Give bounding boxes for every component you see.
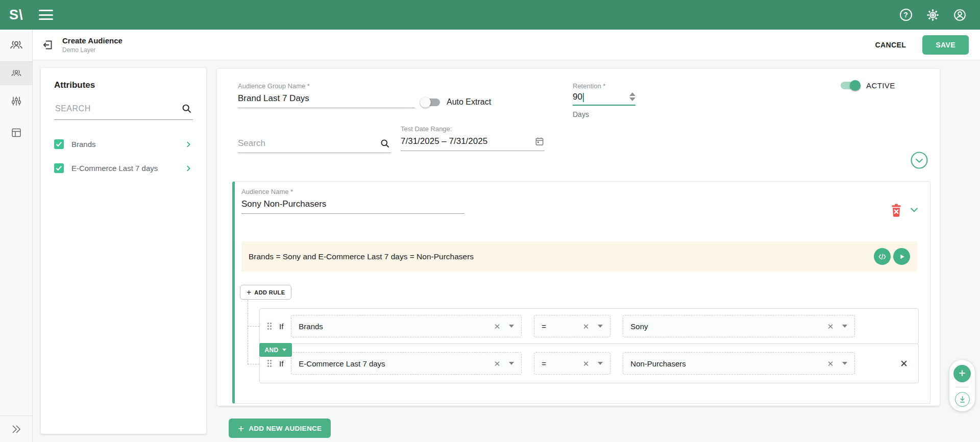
connector-caret-icon [282,349,286,351]
select-caret-icon[interactable] [509,325,514,328]
audience-form-card: Audience Group Name * Auto Extract Reten… [217,69,940,406]
clear-selection-icon[interactable]: ✕ [494,323,501,330]
remove-rule-icon[interactable]: ✕ [898,356,910,372]
chevron-right-icon[interactable] [184,164,193,173]
attribute-label: Brands [71,140,184,149]
checkbox-checked-icon[interactable] [54,139,64,149]
drag-handle-icon[interactable] [266,359,273,368]
group-name-label: Audience Group Name * [238,82,415,90]
rule-attribute-select[interactable]: E-Commerce Last 7 days ✕ [291,352,522,375]
left-rail [0,30,33,442]
rail-expand-chevrons-icon[interactable] [0,415,32,442]
attributes-search-input[interactable] [54,104,181,114]
rule-expression-text: Brands = Sony and E-Commerce Last 7 days… [249,252,474,261]
rail-item-layouts[interactable] [0,117,32,149]
retention-value[interactable]: 90 [573,92,582,102]
search-icon [379,138,391,150]
help-icon[interactable]: ? [899,8,913,22]
add-floating-button[interactable]: + [953,365,971,382]
rule-row: If Brands ✕ = ✕ Sony ✕ [259,308,919,344]
attributes-search-field [54,103,193,120]
search-icon [181,103,193,115]
clear-selection-icon[interactable]: ✕ [583,323,590,330]
rail-item-attributes[interactable] [0,85,32,117]
rule-expression-bar: Brands = Sony and E-Commerce Last 7 days… [241,241,917,272]
rule-connector-line [248,300,248,364]
text-cursor [583,93,584,102]
rule-attribute-select[interactable]: Brands ✕ [291,315,522,337]
stepper-down-icon[interactable] [629,97,635,101]
plus-icon: + [247,288,251,297]
clear-selection-icon[interactable]: ✕ [583,360,590,367]
rule-connector-line [248,326,259,327]
delete-audience-icon[interactable] [890,203,903,217]
clear-selection-icon[interactable]: ✕ [827,323,834,330]
audience-card: Audience Name * Brands = Sony and E-Comm… [232,181,930,404]
select-caret-icon[interactable] [842,325,847,328]
test-date-range-field: Test Date Range: 7/31/2025 – 7/31/2025 [401,125,545,151]
select-caret-icon[interactable] [509,362,514,365]
audience-search-input[interactable] [238,135,379,153]
rail-item-audiences-selected[interactable] [0,62,32,85]
number-stepper[interactable] [629,92,635,102]
run-expression-icon[interactable] [893,248,910,265]
account-icon[interactable] [953,8,967,22]
date-range-label: Test Date Range: [401,125,545,133]
clear-selection-icon[interactable]: ✕ [827,360,834,367]
rule-value-select[interactable]: Sony ✕ [623,315,855,337]
audience-search-field [238,135,391,153]
view-code-icon[interactable] [874,248,891,265]
select-caret-icon[interactable] [598,362,603,365]
rule-operator-select[interactable]: = ✕ [534,352,610,375]
rule-value-select[interactable]: Non-Purchasers ✕ [623,352,855,375]
plus-icon: + [238,423,244,434]
date-range-value[interactable]: 7/31/2025 – 7/31/2025 [401,136,534,146]
collapse-section-icon[interactable] [910,151,929,170]
rule-connector-line [248,364,259,364]
group-name-input[interactable] [238,90,415,108]
back-icon[interactable] [39,36,56,54]
retention-input[interactable]: 90 [573,90,635,106]
active-toggle[interactable] [841,82,860,89]
retention-label: Retention * [573,82,635,90]
active-control: ACTIVE [841,81,895,90]
rule-connector-and-chip[interactable]: AND [259,343,292,357]
auto-extract-label: Auto Extract [447,97,491,107]
floating-actions: + [949,360,975,411]
page-header: Create Audience Demo Layer CANCEL SAVE [33,30,980,60]
select-caret-icon[interactable] [598,325,603,328]
checkbox-checked-icon[interactable] [54,163,64,173]
select-caret-icon[interactable] [842,362,847,365]
settings-gear-icon[interactable] [926,8,940,22]
calendar-icon[interactable] [534,136,545,146]
rule-row: If E-Commerce Last 7 days ✕ = ✕ Non-Purc… [259,343,919,383]
attributes-panel: Attributes Brands [41,68,206,434]
rule-operator-select[interactable]: = ✕ [534,315,610,337]
save-button[interactable]: SAVE [922,35,969,55]
clear-selection-icon[interactable]: ✕ [494,360,501,367]
auto-extract-control: Auto Extract [421,97,491,107]
chevron-right-icon[interactable] [184,140,193,149]
audience-collapse-chevron-icon[interactable] [909,206,920,215]
app-logo: S\ [9,7,23,23]
download-icon[interactable] [955,392,970,407]
page-subtitle: Demo Layer [62,46,122,54]
add-new-audience-button[interactable]: + ADD NEW AUDIENCE [229,419,331,438]
rule-if-label: If [279,322,283,331]
auto-extract-toggle[interactable] [421,99,440,106]
audience-name-input[interactable] [241,195,464,214]
date-range-input[interactable]: 7/31/2025 – 7/31/2025 [401,133,545,151]
group-name-field: Audience Group Name * [238,82,415,108]
audience-name-field: Audience Name * [241,188,464,214]
rail-item-audience-groups[interactable] [0,30,32,61]
attributes-list: Brands E-Commerce Last 7 days [54,132,193,180]
stepper-up-icon[interactable] [629,92,635,96]
add-rule-button[interactable]: + ADD RULE [240,285,291,300]
menu-hamburger-icon[interactable] [39,10,53,20]
attribute-list-item-ecommerce[interactable]: E-Commerce Last 7 days [54,156,193,180]
attribute-list-item-brands[interactable]: Brands [54,132,193,156]
cancel-button[interactable]: CANCEL [866,36,916,54]
page-title: Create Audience [62,36,122,45]
drag-handle-icon[interactable] [266,322,273,331]
divider [956,387,968,387]
